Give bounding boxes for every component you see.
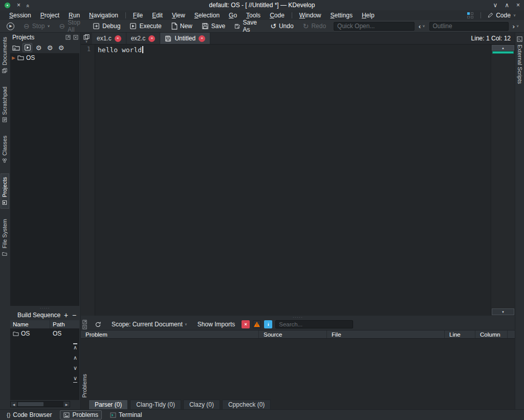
outline-input[interactable]: [429, 22, 509, 31]
projects-panel: Projects ⚙: [9, 33, 80, 306]
scope-button[interactable]: Scope: Current Document ∨: [108, 320, 191, 328]
terminal-button[interactable]: Terminal: [107, 411, 145, 419]
column-header-name[interactable]: Name: [10, 320, 50, 328]
stop-button[interactable]: ⊖ Stop ∨: [20, 21, 54, 31]
install-project-button[interactable]: ⚙: [45, 43, 55, 52]
shade-window-icon[interactable]: «: [25, 4, 31, 6]
next-context-button[interactable]: › ∨: [511, 23, 521, 30]
scrollbar-thumb[interactable]: [18, 402, 43, 406]
menu-selection[interactable]: Selection: [190, 11, 224, 19]
scroll-right-icon[interactable]: ▶: [63, 402, 70, 407]
menu-code[interactable]: Code: [266, 11, 289, 19]
tab-clazy[interactable]: Clazy (0): [183, 400, 220, 409]
filter-errors-button[interactable]: ×: [242, 320, 250, 328]
menu-navigation[interactable]: Navigation: [85, 11, 122, 19]
column-header-file[interactable]: File: [327, 330, 445, 338]
save-button[interactable]: Save: [198, 21, 229, 31]
scroll-down-icon[interactable]: ▼: [492, 308, 514, 315]
rebuild-project-button[interactable]: ⚙: [56, 43, 66, 52]
problems-search-input[interactable]: [275, 320, 353, 328]
editor-tab-untitled[interactable]: Untitled ×: [160, 33, 210, 44]
filter-info-button[interactable]: i: [264, 320, 272, 328]
expander-icon[interactable]: ▶: [12, 55, 15, 60]
column-header-problem[interactable]: Problem: [81, 330, 259, 338]
new-button[interactable]: New: [167, 21, 196, 31]
open-configuration-button[interactable]: [11, 43, 21, 52]
problems-list[interactable]: Problems: [81, 339, 515, 399]
editor-line[interactable]: hello world: [98, 46, 491, 54]
close-tab-icon[interactable]: ×: [115, 35, 121, 42]
show-imports-button[interactable]: Show Imports: [194, 320, 238, 328]
close-icon[interactable]: ×: [516, 2, 520, 8]
refresh-problems-button[interactable]: [91, 321, 105, 328]
dock-tab-projects[interactable]: Projects: [1, 173, 9, 209]
document-list-button[interactable]: ∨: [81, 33, 92, 44]
move-to-bottom-icon[interactable]: ∨: [73, 375, 77, 381]
project-item-os[interactable]: ▶ OS: [10, 53, 79, 62]
minimize-icon[interactable]: ∨: [493, 2, 497, 8]
execute-project-button[interactable]: [23, 43, 32, 52]
maximize-icon[interactable]: ∧: [505, 2, 509, 8]
undo-icon: ↺: [270, 23, 276, 30]
save-as-button[interactable]: Save As: [231, 18, 265, 34]
maximize-panel-icon[interactable]: [82, 320, 87, 324]
dock-tab-file-system[interactable]: File System: [1, 216, 9, 259]
close-panel-icon[interactable]: [73, 35, 78, 40]
scratchpad-icon: [2, 117, 7, 122]
float-panel-icon[interactable]: [65, 35, 71, 40]
dock-tab-documents[interactable]: Documents: [1, 34, 9, 76]
column-header-path[interactable]: Path: [50, 320, 79, 328]
filter-warnings-button[interactable]: [253, 320, 261, 328]
build-project-button[interactable]: ⚙: [34, 43, 43, 52]
close-panel-icon[interactable]: [82, 325, 87, 329]
tab-clang-tidy[interactable]: Clang-Tidy (0): [130, 400, 181, 409]
column-header-source[interactable]: Source: [259, 330, 327, 338]
execute-button[interactable]: Execute: [126, 21, 165, 31]
text-editor[interactable]: 1 hello world ▲ ▼: [81, 45, 515, 316]
tab-parser[interactable]: Parser (0): [89, 400, 128, 409]
menu-session[interactable]: Session: [5, 11, 35, 19]
scroll-left-icon[interactable]: ◀: [11, 402, 17, 407]
move-up-icon[interactable]: ∧: [73, 355, 77, 361]
menu-settings[interactable]: Settings: [326, 11, 357, 19]
dock-tab-classes[interactable]: Classes: [1, 132, 9, 166]
close-tab-icon[interactable]: ×: [148, 35, 155, 42]
session-indicator-icon[interactable]: [467, 12, 473, 18]
undo-button[interactable]: ↺ Undo: [267, 21, 297, 31]
close-window-icon[interactable]: ×: [17, 2, 20, 8]
scroll-up-icon[interactable]: ▲: [492, 45, 514, 51]
debug-button[interactable]: Debug: [89, 21, 124, 31]
menu-view[interactable]: View: [168, 11, 189, 19]
move-to-top-icon[interactable]: ∧: [73, 345, 77, 350]
column-header-line[interactable]: Line: [445, 330, 475, 338]
left-panel-splitter[interactable]: ·····: [9, 306, 80, 310]
problems-button[interactable]: Problems: [60, 410, 102, 419]
remove-build-item-button[interactable]: −: [70, 312, 78, 319]
menu-help[interactable]: Help: [358, 11, 379, 19]
close-tab-icon[interactable]: ×: [199, 35, 205, 42]
stop-all-button[interactable]: ⊖ Stop All: [56, 18, 87, 34]
menu-file[interactable]: File: [129, 11, 147, 19]
editor-scrollbar[interactable]: ▲ ▼: [491, 45, 515, 316]
tab-cppcheck[interactable]: Cppcheck (0): [222, 400, 271, 409]
move-down-icon[interactable]: ∨: [73, 365, 77, 371]
add-build-item-button[interactable]: +: [62, 312, 70, 319]
scrollbar-position-indicator[interactable]: [492, 51, 514, 54]
code-area[interactable]: hello world: [95, 45, 491, 316]
quick-open-input[interactable]: [334, 22, 414, 31]
code-browser-button[interactable]: {} Code Browser: [4, 411, 55, 419]
redo-button[interactable]: ↻ Redo: [299, 21, 330, 31]
continue-button[interactable]: ▶: [3, 21, 18, 31]
menu-window[interactable]: Window: [295, 11, 325, 19]
build-horizontal-scrollbar[interactable]: ◀ ▶: [10, 401, 70, 407]
build-table-row[interactable]: OS OS: [10, 329, 79, 338]
editor-tab-ex1[interactable]: ex1.c ×: [92, 33, 126, 44]
column-header-column[interactable]: Column: [475, 330, 508, 338]
dock-tab-external-scripts[interactable]: External Scripts: [515, 34, 524, 86]
previous-context-button[interactable]: ‹ ∨: [417, 23, 427, 30]
editor-tab-ex2[interactable]: ex2.c ×: [126, 33, 161, 44]
dock-tab-scratchpad[interactable]: Scratchpad: [1, 83, 9, 126]
menu-edit[interactable]: Edit: [148, 11, 167, 19]
projects-toolbar: ⚙ ⚙ ⚙: [9, 42, 80, 53]
code-area-button[interactable]: Code ∨: [484, 12, 519, 19]
